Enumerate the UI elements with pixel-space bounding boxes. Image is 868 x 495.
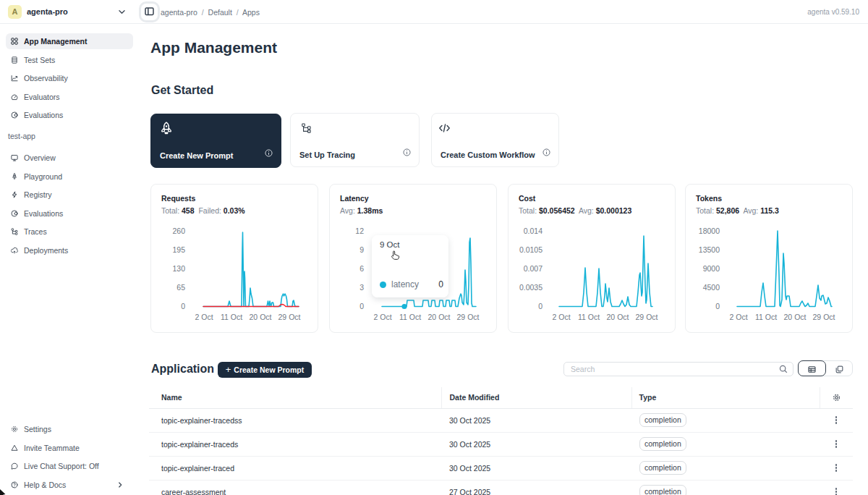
- svg-text:2 Oct: 2 Oct: [373, 313, 391, 321]
- svg-text:65: 65: [176, 283, 185, 292]
- svg-text:0.014: 0.014: [524, 227, 542, 235]
- svg-text:29 Oct: 29 Oct: [813, 313, 835, 321]
- svg-text:13500: 13500: [699, 245, 720, 254]
- svg-text:9000: 9000: [703, 264, 720, 273]
- svg-text:2 Oct: 2 Oct: [552, 313, 570, 321]
- svg-text:0: 0: [538, 302, 542, 310]
- svg-text:29 Oct: 29 Oct: [457, 313, 480, 321]
- svg-text:11 Oct: 11 Oct: [221, 313, 242, 321]
- svg-text:9: 9: [359, 245, 364, 254]
- svg-text:130: 130: [172, 264, 185, 273]
- svg-text:0.0105: 0.0105: [519, 245, 542, 254]
- svg-text:2 Oct: 2 Oct: [195, 313, 213, 321]
- svg-text:18000: 18000: [699, 227, 720, 235]
- svg-text:29 Oct: 29 Oct: [278, 313, 301, 321]
- svg-text:195: 195: [172, 245, 185, 254]
- svg-text:11 Oct: 11 Oct: [399, 313, 421, 321]
- svg-text:12: 12: [355, 227, 364, 235]
- svg-text:0.007: 0.007: [524, 264, 542, 273]
- svg-text:0: 0: [181, 302, 185, 310]
- svg-text:4500: 4500: [703, 283, 720, 292]
- svg-text:0: 0: [715, 302, 720, 310]
- svg-text:20 Oct: 20 Oct: [607, 313, 629, 321]
- svg-text:260: 260: [172, 227, 185, 235]
- svg-text:11 Oct: 11 Oct: [578, 313, 600, 321]
- svg-text:0.0035: 0.0035: [519, 283, 542, 292]
- svg-text:3: 3: [359, 283, 364, 292]
- svg-text:11 Oct: 11 Oct: [755, 313, 777, 321]
- svg-text:20 Oct: 20 Oct: [784, 313, 807, 321]
- svg-text:20 Oct: 20 Oct: [428, 313, 451, 321]
- svg-text:29 Oct: 29 Oct: [636, 313, 658, 321]
- svg-text:0: 0: [359, 302, 364, 310]
- svg-text:6: 6: [359, 264, 364, 273]
- svg-text:2 Oct: 2 Oct: [729, 313, 747, 321]
- svg-text:20 Oct: 20 Oct: [250, 313, 272, 321]
